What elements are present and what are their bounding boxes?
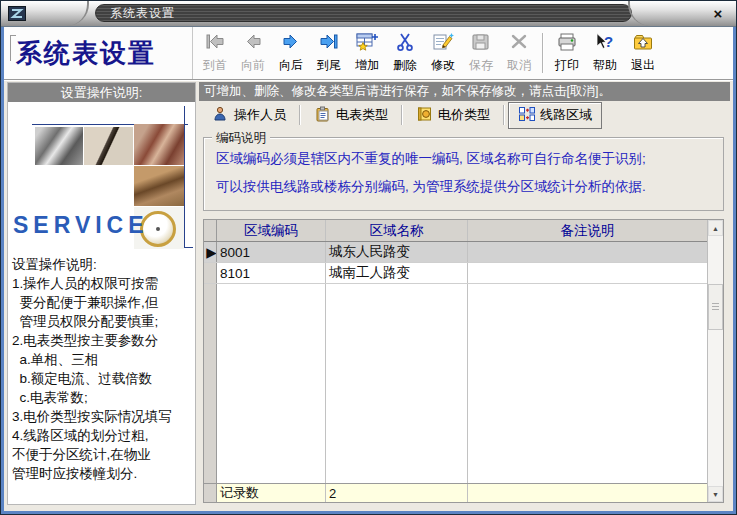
empty-gutter <box>204 284 217 483</box>
help-cursor-icon: ? <box>593 32 617 56</box>
empty-cell <box>468 284 707 483</box>
window-title: 系统表设置 <box>110 5 175 22</box>
titlebar-curve-left <box>59 1 89 26</box>
cell-note <box>468 263 707 283</box>
photo-tools-red <box>134 124 184 165</box>
tab-meter-types[interactable]: 电表类型 <box>304 102 398 129</box>
toolbar-button-delete[interactable]: 删除 <box>386 29 424 77</box>
toolbar-separator <box>542 33 544 73</box>
go-next-icon <box>279 32 303 56</box>
row-selector-cell <box>204 263 217 283</box>
window-frame: 系统表设置 到首 向前 <box>1 27 736 515</box>
vertical-scrollbar[interactable]: ▲ ▼ <box>707 220 723 502</box>
cell-note <box>468 242 707 262</box>
sidebar-instructions: 设置操作说明: 1.操作人员的权限可按需 要分配便于兼职操作,但 管理员权限分配… <box>8 252 195 504</box>
scrollbar-thumb[interactable] <box>708 284 723 330</box>
footer-gutter-cell <box>204 484 217 502</box>
toolbar-button-prev[interactable]: 向前 <box>234 29 272 77</box>
toolbar-button-cancel[interactable]: 取消 <box>500 29 538 77</box>
scrollbar-track[interactable] <box>708 236 723 486</box>
tab-line-regions[interactable]: 线路区域 <box>508 102 602 129</box>
go-first-icon <box>203 32 227 56</box>
tab-separator <box>503 105 505 125</box>
table-empty-area <box>204 284 707 483</box>
page-title: 系统表设置 <box>16 36 156 71</box>
toolbar-button-next[interactable]: 向后 <box>272 29 310 77</box>
tab-price-types[interactable]: 电价类型 <box>406 102 500 129</box>
table-footer-row: 记录数 2 <box>204 483 707 502</box>
title-bar: 系统表设置 × <box>1 1 736 27</box>
cell-code: 8101 <box>217 263 326 283</box>
toolbar-button-label: 删除 <box>393 57 417 74</box>
toolbar-button-label: 增加 <box>355 57 379 74</box>
scrollbar-grip <box>712 303 719 311</box>
table-row[interactable]: 8101 城南工人路变 <box>204 263 707 284</box>
toolbar-button-label: 向后 <box>279 57 303 74</box>
toolbar-button-label: 帮助 <box>593 57 617 74</box>
column-header-note[interactable]: 备注说明 <box>468 220 707 241</box>
toolbar-button-label: 向前 <box>241 57 265 74</box>
toolbar-button-label: 保存 <box>469 57 493 74</box>
exit-folder-icon <box>631 32 655 56</box>
close-button[interactable]: × <box>708 4 728 22</box>
cell-name: 城东人民路变 <box>326 242 468 262</box>
toolbar-button-label: 取消 <box>507 57 531 74</box>
column-header-code[interactable]: 区域编码 <box>217 220 326 241</box>
app-icon <box>6 5 28 23</box>
person-icon <box>212 106 229 125</box>
photo-tools-gray <box>35 127 83 165</box>
toolbar-button-first[interactable]: 到首 <box>196 29 234 77</box>
table-row[interactable]: ▶ 8001 城东人民路变 <box>204 242 707 263</box>
groupbox-text-line: 区域编码必须是辖区内不重复的唯一编码, 区域名称可自行命名便于识别; <box>216 150 723 168</box>
page-title-area: 系统表设置 <box>4 35 192 71</box>
table-header-row: 区域编码 区域名称 备注说明 <box>204 220 707 242</box>
column-header-name[interactable]: 区域名称 <box>326 220 468 241</box>
printer-icon <box>555 32 579 56</box>
tab-operators[interactable]: 操作人员 <box>202 102 296 129</box>
toolbar-button-last[interactable]: 到尾 <box>310 29 348 77</box>
row-selector-cell: ▶ <box>204 242 217 262</box>
sidebar: 设置操作说明: SERVICE 设置操作说明: 1.操作人员的权限可按需 要分 <box>7 82 196 505</box>
go-previous-icon <box>241 32 265 56</box>
header-bar: 系统表设置 到首 向前 <box>4 27 733 80</box>
notice-bar: 可增加、删除、修改各类型后请进行保存，如不保存修改，请点击[取消]。 <box>199 82 730 101</box>
title-strip: 系统表设置 <box>95 4 632 22</box>
code-description-groupbox: 编码说明 区域编码必须是辖区内不重复的唯一编码, 区域名称可自行命名便于识别; … <box>203 137 724 211</box>
tab-separator <box>401 105 403 125</box>
tab-label: 电表类型 <box>336 106 388 124</box>
toolbar: 到首 向前 向后 <box>192 27 662 79</box>
scroll-down-icon[interactable]: ▼ <box>708 486 723 502</box>
sidebar-header: 设置操作说明: <box>8 83 195 102</box>
toolbar-button-save[interactable]: 保存 <box>462 29 500 77</box>
service-text: SERVICE <box>13 212 149 239</box>
content-area: 设置操作说明: SERVICE 设置操作说明: 1.操作人员的权限可按需 要分 <box>4 80 733 511</box>
tab-label: 线路区域 <box>540 106 592 124</box>
toolbar-button-print[interactable]: 打印 <box>548 29 586 77</box>
toolbar-button-help[interactable]: ? 帮助 <box>586 29 624 77</box>
record-count-value: 2 <box>326 484 468 502</box>
region-pages-icon <box>518 106 535 125</box>
photo-pen <box>84 127 133 165</box>
toolbar-button-modify[interactable]: 修改 <box>424 29 462 77</box>
add-record-icon <box>355 32 379 56</box>
toolbar-button-exit[interactable]: 退出 <box>624 29 662 77</box>
scissors-icon <box>393 32 417 56</box>
tab-separator <box>299 105 301 125</box>
toolbar-button-add[interactable]: 增加 <box>348 29 386 77</box>
edit-document-icon <box>431 32 455 56</box>
tab-bar: 操作人员 电表类型 <box>199 101 730 129</box>
record-count-label: 记录数 <box>217 484 326 502</box>
current-row-marker-icon: ▶ <box>206 244 216 260</box>
groupbox-text-line: 可以按供电线路或楼栋分别编码, 为管理系统提供分区域统计分析的依据. <box>216 178 723 196</box>
toolbar-button-label: 到尾 <box>317 57 341 74</box>
scroll-up-icon[interactable]: ▲ <box>708 220 723 236</box>
regions-table: 区域编码 区域名称 备注说明 ▶ 8001 城东人民路变 <box>203 219 724 503</box>
clipboard-icon <box>314 106 331 125</box>
empty-cell <box>326 284 468 483</box>
cancel-x-icon <box>507 32 531 56</box>
price-book-icon <box>416 106 433 125</box>
toolbar-button-label: 修改 <box>431 57 455 74</box>
tab-label: 电价类型 <box>438 106 490 124</box>
toolbar-button-label: 到首 <box>203 57 227 74</box>
empty-cell <box>217 284 326 483</box>
